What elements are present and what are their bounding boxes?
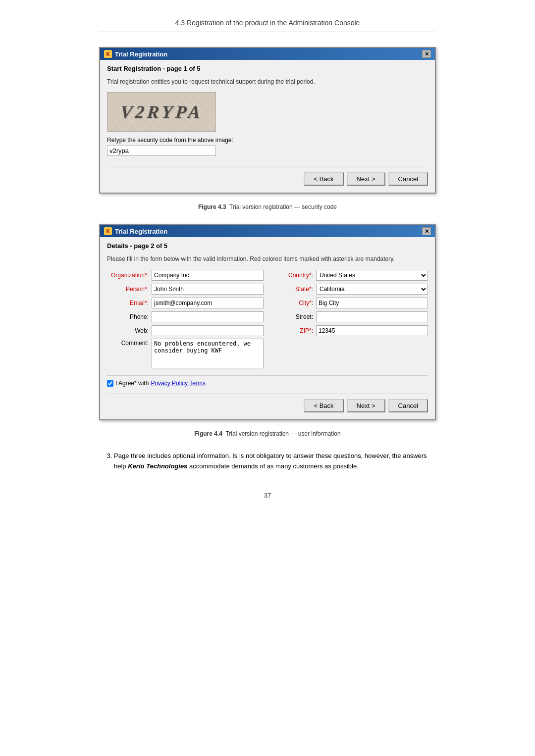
cancel-button-2[interactable]: Cancel bbox=[388, 399, 428, 412]
dialog-titlebar-2: K Trial Registration ✕ bbox=[100, 225, 435, 237]
captcha-input[interactable] bbox=[107, 146, 216, 156]
form-right-column: Country*: United States State*: Californ… bbox=[268, 269, 428, 370]
button-bar-1: < Back Next > Cancel bbox=[107, 167, 428, 186]
page-number: 37 bbox=[99, 492, 436, 499]
dialog-trial-registration-1: K Trial Registration ✕ Start Registratio… bbox=[99, 47, 436, 194]
dialog-close-button-2[interactable]: ✕ bbox=[422, 227, 431, 235]
dialog-app-icon-1: K bbox=[104, 50, 112, 58]
web-label: Web: bbox=[107, 327, 152, 334]
dialog-app-icon-2: K bbox=[104, 227, 112, 235]
web-row: Web: bbox=[107, 325, 264, 337]
city-input[interactable] bbox=[316, 298, 428, 308]
figure-caption-1: Figure 4.3 Trial version registration — … bbox=[99, 203, 436, 210]
dialog-desc-2: Please fill in the form below with the v… bbox=[107, 254, 428, 263]
person-input[interactable] bbox=[152, 284, 264, 295]
organization-label: Organization*: bbox=[107, 272, 152, 279]
comment-textarea[interactable]: No problems encountered, we consider buy… bbox=[152, 339, 264, 368]
agree-checkbox[interactable] bbox=[107, 380, 113, 387]
figure-label-1: Figure 4.3 bbox=[198, 203, 226, 210]
email-input[interactable] bbox=[152, 298, 264, 308]
dialog-body-1: Start Registration - page 1 of 5 Trial r… bbox=[100, 60, 435, 193]
privacy-policy-link[interactable]: Privacy Policy Terms bbox=[151, 380, 205, 387]
dialog-trial-registration-2: K Trial Registration ✕ Details - page 2 … bbox=[99, 224, 436, 420]
figure-caption-2: Figure 4.4 Trial version registration — … bbox=[99, 430, 436, 437]
phone-input[interactable] bbox=[152, 311, 264, 322]
dialog-body-2: Details - page 2 of 5 Please fill in the… bbox=[100, 237, 435, 419]
person-row: Person*: bbox=[107, 283, 264, 295]
street-label: Street: bbox=[271, 313, 316, 320]
dialog-title-2: Trial Registration bbox=[115, 228, 167, 235]
section-title: 4.3 Registration of the product in the A… bbox=[99, 10, 436, 32]
back-button-2[interactable]: < Back bbox=[304, 399, 343, 412]
form-left-column: Organization*: Person*: Email*: Phone: bbox=[107, 269, 268, 370]
country-label: Country*: bbox=[271, 272, 316, 279]
phone-label: Phone: bbox=[107, 313, 152, 320]
dialog-titlebar-1: K Trial Registration ✕ bbox=[100, 48, 435, 60]
email-row: Email*: bbox=[107, 297, 264, 309]
cancel-button-1[interactable]: Cancel bbox=[388, 172, 428, 186]
city-label: City*: bbox=[271, 300, 316, 306]
titlebar-left-1: K Trial Registration bbox=[104, 50, 167, 58]
figure-label-2: Figure 4.4 bbox=[194, 430, 222, 437]
agree-text: I Agree* with bbox=[115, 380, 149, 387]
email-label: Email*: bbox=[107, 300, 152, 306]
organization-input[interactable] bbox=[152, 270, 264, 281]
form-divider bbox=[107, 375, 428, 376]
street-row: Street: bbox=[271, 311, 428, 323]
person-label: Person*: bbox=[107, 286, 152, 293]
figure-caption-text-2: Trial version registration — user inform… bbox=[225, 430, 340, 437]
body-text-section: Page three includes optional information… bbox=[99, 451, 436, 472]
dialog-close-button-1[interactable]: ✕ bbox=[422, 50, 431, 58]
captcha-label: Retype the security code from the above … bbox=[107, 137, 428, 144]
phone-row: Phone: bbox=[107, 311, 264, 323]
zip-label: ZIP*: bbox=[271, 327, 316, 334]
next-button-1[interactable]: Next > bbox=[347, 172, 385, 186]
web-input[interactable] bbox=[152, 325, 264, 336]
state-row: State*: California bbox=[271, 283, 428, 295]
comment-row: Comment: No problems encountered, we con… bbox=[107, 339, 264, 368]
button-bar-2: < Back Next > Cancel bbox=[107, 394, 428, 412]
state-select[interactable]: California bbox=[316, 284, 428, 295]
dialog-page-info-2: Details - page 2 of 5 bbox=[107, 242, 428, 250]
body-text-italic: Kerio Technologies bbox=[128, 462, 187, 470]
state-label: State*: bbox=[271, 286, 316, 293]
figure-caption-text-1: Trial version registration — security co… bbox=[229, 203, 337, 210]
captcha-text: V2RYPA bbox=[119, 101, 204, 122]
back-button-1[interactable]: < Back bbox=[304, 172, 343, 186]
captcha-image: V2RYPA bbox=[107, 92, 216, 132]
city-row: City*: bbox=[271, 297, 428, 309]
zip-row: ZIP*: bbox=[271, 325, 428, 337]
organization-row: Organization*: bbox=[107, 269, 264, 281]
body-list-item-3: Page three includes optional information… bbox=[114, 451, 436, 472]
comment-label: Comment: bbox=[107, 339, 152, 347]
titlebar-left-2: K Trial Registration bbox=[104, 227, 167, 235]
dialog-page-info-1: Start Registration - page 1 of 5 bbox=[107, 65, 428, 72]
body-text-after-italic: accommodate demands of as many customers… bbox=[187, 462, 358, 470]
street-input[interactable] bbox=[316, 311, 428, 322]
zip-input[interactable] bbox=[316, 325, 428, 336]
agree-row: I Agree* with Privacy Policy Terms bbox=[107, 380, 428, 387]
country-row: Country*: United States bbox=[271, 269, 428, 281]
next-button-2[interactable]: Next > bbox=[347, 399, 385, 412]
dialog-desc-1: Trial registration entitles you to reque… bbox=[107, 77, 428, 86]
country-select[interactable]: United States bbox=[316, 270, 428, 281]
form-grid: Organization*: Person*: Email*: Phone: bbox=[107, 269, 428, 370]
dialog-title-1: Trial Registration bbox=[115, 50, 167, 58]
